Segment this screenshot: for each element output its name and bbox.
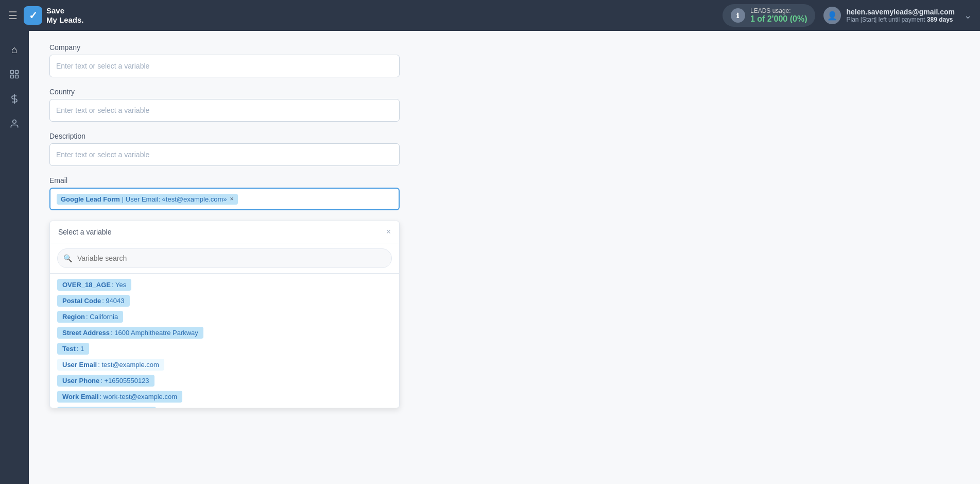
email-tag-close-icon[interactable]: ×: [230, 195, 234, 203]
description-field-group: Description: [49, 132, 503, 166]
svg-rect-3: [15, 75, 19, 78]
main-content: Company Country Description Email Google…: [29, 31, 980, 484]
leads-usage: ℹ LEADS usage: 1 of 2'000 (0%): [723, 4, 816, 27]
leads-usage-text: LEADS usage: 1 of 2'000 (0%): [750, 7, 807, 24]
sidebar-item-home[interactable]: ⌂: [4, 39, 25, 60]
logo-line1: Save: [46, 6, 84, 15]
variable-list: OVER_18_AGE: YesPostal Code: 94043Region…: [50, 274, 399, 408]
variable-list-item[interactable]: Street Address: 1600 Amphitheatre Parkwa…: [57, 327, 203, 339]
company-input[interactable]: [49, 55, 400, 77]
leads-label: LEADS usage:: [750, 7, 807, 14]
variable-list-item[interactable]: Work Phone: +16505550124: [57, 407, 156, 408]
svg-rect-0: [11, 71, 14, 74]
user-avatar: 👤: [823, 7, 841, 24]
variable-list-item[interactable]: User Phone: +16505550123: [57, 375, 154, 387]
svg-rect-2: [11, 75, 14, 78]
hamburger-menu[interactable]: ☰: [8, 9, 18, 22]
variable-list-item[interactable]: OVER_18_AGE: Yes: [57, 279, 131, 291]
sidebar-item-connections[interactable]: [4, 64, 25, 85]
sidebar-item-profile[interactable]: [4, 113, 25, 134]
user-chevron-icon: ⌄: [964, 10, 972, 21]
user-info: helen.savemyleads@gmail.com Plan |Start|…: [846, 8, 955, 23]
description-input[interactable]: [49, 143, 400, 166]
logo-checkmark: ✓: [29, 9, 38, 22]
search-wrapper: 🔍: [57, 248, 392, 268]
logo: ✓ Save My Leads.: [24, 6, 84, 25]
variable-list-item[interactable]: Postal Code: 94043: [57, 295, 130, 307]
dropdown-close-icon[interactable]: ×: [386, 227, 391, 237]
variable-list-item[interactable]: Test: 1: [57, 343, 89, 355]
logo-text: Save My Leads.: [46, 6, 84, 25]
user-menu[interactable]: 👤 helen.savemyleads@gmail.com Plan |Star…: [823, 7, 972, 24]
sidebar: ⌂: [0, 31, 29, 484]
email-input-container[interactable]: Google Lead Form | User Email: «test@exa…: [49, 188, 400, 210]
country-label: Country: [49, 88, 503, 96]
svg-rect-1: [15, 71, 19, 74]
email-tag-source: Google Lead Form: [61, 195, 120, 203]
form-content: Company Country Description Email Google…: [29, 31, 523, 421]
search-icon: 🔍: [63, 254, 72, 262]
leads-count: 1 of 2'000 (0%): [750, 14, 807, 24]
country-input[interactable]: [49, 99, 400, 122]
leads-info-icon: ℹ: [731, 8, 745, 23]
user-email: helen.savemyleads@gmail.com: [846, 8, 955, 16]
variable-list-item[interactable]: Region: California: [57, 311, 123, 323]
variable-dropdown: Select a variable × 🔍 OVER_18_AGE: YesPo…: [49, 221, 400, 408]
variable-search-input[interactable]: [57, 248, 392, 268]
logo-line2: My Leads.: [46, 15, 84, 25]
svg-point-5: [13, 120, 16, 124]
dropdown-header: Select a variable ×: [50, 221, 399, 243]
email-field-group: Email Google Lead Form | User Email: «te…: [49, 176, 503, 210]
sidebar-item-billing[interactable]: [4, 89, 25, 109]
dropdown-title: Select a variable: [58, 228, 112, 236]
country-field-group: Country: [49, 88, 503, 122]
user-plan: Plan |Start| left until payment 389 days: [846, 16, 955, 23]
navbar: ☰ ✓ Save My Leads. ℹ LEADS usage: 1 of 2…: [0, 0, 980, 31]
variable-list-item[interactable]: User Email: test@example.com: [57, 359, 164, 371]
dropdown-search-area: 🔍: [50, 243, 399, 274]
logo-icon: ✓: [24, 6, 42, 25]
company-field-group: Company: [49, 43, 503, 77]
email-tag-text: | User Email: «test@example.com»: [122, 195, 227, 203]
email-tag: Google Lead Form | User Email: «test@exa…: [57, 194, 238, 205]
company-label: Company: [49, 43, 503, 52]
description-label: Description: [49, 132, 503, 140]
email-label: Email: [49, 176, 503, 185]
variable-list-item[interactable]: Work Email: work-test@example.com: [57, 391, 182, 403]
